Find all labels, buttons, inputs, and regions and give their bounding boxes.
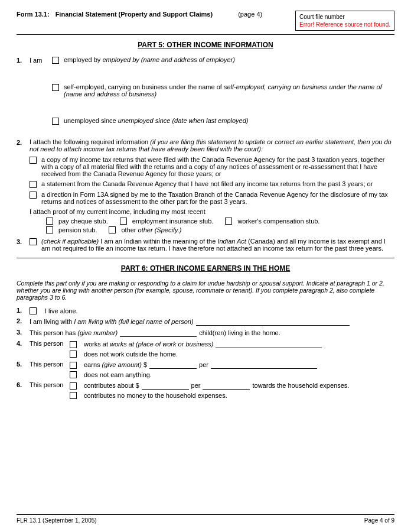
p6-item4-row: 4. This person works at works at (place … — [17, 340, 394, 358]
earns-per-field[interactable] — [211, 361, 317, 369]
not-work-checkbox[interactable] — [70, 351, 77, 358]
no-money-checkbox[interactable] — [70, 392, 77, 399]
item1-num: 1. — [17, 56, 30, 64]
proof-emp-item: employment insurance stub. — [120, 218, 214, 225]
proof-other-label: other other (Specify.) — [121, 226, 181, 233]
p6-item6-label: This person — [30, 381, 70, 388]
form-title: Financial Statement (Property and Suppor… — [56, 11, 263, 18]
sub1-checkbox[interactable] — [30, 157, 37, 164]
p6-item3-num: 3. — [17, 329, 30, 336]
employment-checkbox[interactable] — [120, 218, 127, 225]
p6-item2-text: I am living with I am living with (full … — [30, 318, 194, 325]
per-text1: per — [199, 361, 208, 368]
p6-item2-row: 2. I am living with I am living with (fu… — [17, 317, 394, 326]
no-money-text: contributes no money to the household ex… — [84, 392, 227, 399]
p6-item1-row: 1. I live alone. — [17, 307, 394, 314]
form-number: Form 13.1: — [17, 11, 50, 18]
p6-item1-content: I live alone. — [30, 307, 78, 314]
p6-item2-num: 2. — [17, 317, 30, 325]
proof-other-item: other other (Specify.) — [109, 226, 181, 233]
item1-label: I am — [30, 56, 52, 64]
part6-title: PART 6: OTHER INCOME EARNERS IN THE HOME — [17, 264, 394, 273]
footer-left: FLR 13.1 (September 1, 2005) — [17, 517, 97, 524]
item3-checkbox[interactable] — [30, 238, 37, 245]
p6-item4-sub1: works at works at (place of work or busi… — [70, 340, 394, 348]
contributes-per-field[interactable] — [203, 381, 250, 390]
proof-pension-item: pension stub. — [46, 226, 97, 233]
item1-option2: self-employed, carrying on business unde… — [52, 83, 394, 98]
proof-row1: pay cheque stub. employment insurance st… — [46, 218, 394, 225]
item1-option2-text: self-employed, carrying on business unde… — [64, 83, 382, 98]
self-employed-checkbox[interactable] — [52, 84, 59, 91]
per-text2: per — [191, 382, 201, 389]
p6-item3-content: This person has (give number) child(ren)… — [30, 329, 394, 337]
item2-sub1-text: a copy of my income tax returns that wer… — [41, 156, 394, 177]
item2-row: 2. I attach the following required infor… — [17, 138, 394, 235]
proof-intro: I attach proof of my current income, inc… — [30, 208, 394, 215]
towards-text: towards the household expenses. — [252, 382, 349, 389]
item3-row: 3. (check if applicable) I am an Indian … — [17, 238, 394, 252]
item1-row: 1. I am employed by employed by (name an… — [17, 56, 394, 128]
part6-note: Complete this part only if you are makin… — [17, 280, 394, 301]
footer: FLR 13.1 (September 1, 2005) Page 4 of 9 — [17, 514, 394, 524]
p6-item5-label: This person — [30, 361, 70, 368]
item2-content: I attach the following required informat… — [30, 138, 394, 235]
item1-option1-text: employed by (name and address of employe… — [102, 56, 234, 63]
item2-sub3-text: a direction in Form 13A signed by me to … — [41, 191, 394, 205]
not-work-text: does not work outside the home. — [84, 351, 178, 358]
item2-num: 2. — [17, 138, 30, 146]
p6-item4-label: This person — [30, 340, 70, 347]
earns-amount-field[interactable] — [149, 361, 197, 369]
spacer2 — [52, 100, 394, 117]
living-with-field[interactable] — [196, 317, 350, 326]
not-earn-checkbox[interactable] — [70, 371, 77, 378]
proof-row2: pension stub. other other (Specify.) — [46, 226, 394, 233]
spacer3 — [17, 130, 394, 138]
works-at-checkbox[interactable] — [70, 341, 77, 348]
item1-option1: employed by employed by (name and addres… — [52, 56, 394, 64]
p6-item3-text2: child(ren) living in the home. — [199, 329, 280, 336]
pay-checkbox[interactable] — [46, 218, 53, 225]
contributes-text: contributes about $ — [84, 382, 139, 389]
part5-title: PART 5: OTHER INCOME INFORMATION — [17, 41, 394, 49]
item2-sub1: a copy of my income tax returns that wer… — [30, 156, 394, 177]
sub2-checkbox[interactable] — [30, 181, 37, 188]
item1-options: employed by employed by (name and addres… — [52, 56, 394, 128]
contributes-amount-field[interactable] — [142, 381, 189, 390]
works-at-field[interactable] — [216, 340, 322, 348]
item2-intro: I attach the following required informat… — [30, 138, 394, 153]
earns-text: earns (give amount) $ — [84, 361, 147, 368]
item2-sub2-text: a statement from the Canada Revenue Agen… — [41, 180, 394, 187]
live-alone-checkbox[interactable] — [30, 307, 37, 314]
p6-item6-row: 6. This person contributes about $ per t… — [17, 381, 394, 399]
works-at-text: works at works at (place of work or busi… — [84, 340, 213, 348]
p6-item5-row: 5. This person earns (give amount) $ per… — [17, 361, 394, 378]
page-num: (page 4) — [238, 11, 262, 18]
p6-item6-sub2: contributes no money to the household ex… — [70, 391, 394, 399]
item2-sub3: a direction in Form 13A signed by me to … — [30, 191, 394, 205]
unemployed-checkbox[interactable] — [52, 118, 59, 125]
workers-comp-checkbox[interactable] — [225, 218, 232, 225]
sub3-checkbox[interactable] — [30, 192, 37, 199]
not-earn-text: does not earn anything. — [84, 371, 152, 378]
p6-item1-text: I live alone. — [45, 307, 78, 314]
proof-pension-label: pension stub. — [58, 226, 97, 233]
give-number-field[interactable] — [120, 329, 197, 337]
header: Form 13.1: Financial Statement (Property… — [17, 11, 394, 31]
form-title-block: Financial Statement (Property and Suppor… — [56, 11, 263, 18]
p6-item3-text1: This person has (give number) — [30, 329, 118, 336]
page: Form 13.1: Financial Statement (Property… — [0, 0, 411, 532]
proof-workers-label: worker's compensation stub. — [237, 218, 319, 225]
other-checkbox[interactable] — [109, 226, 116, 233]
item1-option3-text: unemployed since (date when last employe… — [118, 117, 249, 124]
employed-checkbox[interactable] — [52, 57, 59, 64]
pension-checkbox[interactable] — [46, 226, 53, 233]
contributes-checkbox[interactable] — [70, 382, 77, 390]
earns-checkbox[interactable] — [70, 362, 77, 369]
p6-item5-options: earns (give amount) $ per does not earn … — [70, 361, 394, 378]
p6-item5-sub1: earns (give amount) $ per — [70, 361, 394, 369]
p6-item1-num: 1. — [17, 307, 30, 314]
item3-num: 3. — [17, 238, 30, 245]
p6-item5-sub2: does not earn anything. — [70, 371, 394, 378]
court-file-box: Court file number Error! Reference sourc… — [295, 11, 394, 31]
